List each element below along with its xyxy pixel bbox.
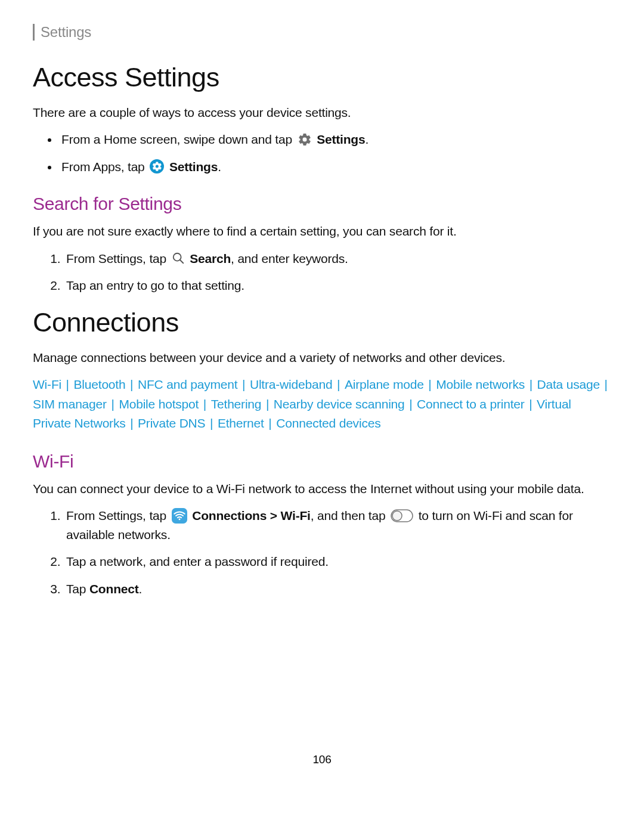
connections-intro: Manage connections between your device a… [33, 349, 611, 367]
settings-app-icon [150, 159, 164, 174]
connections-heading: Connections [33, 307, 611, 338]
link-bluetooth[interactable]: Bluetooth [74, 377, 126, 391]
link-uwb[interactable]: Ultra-wideband [250, 377, 332, 391]
link-mobile-networks[interactable]: Mobile networks [436, 377, 525, 391]
search-step-2: Tap an entry to go to that setting. [64, 276, 611, 295]
toggle-off-icon [391, 509, 413, 522]
search-step-1: From Settings, tap Search, and enter key… [64, 249, 611, 268]
svg-point-4 [178, 518, 180, 520]
link-sim-manager[interactable]: SIM manager [33, 397, 107, 411]
link-connected-devices[interactable]: Connected devices [276, 416, 380, 430]
access-bullet-1: From a Home screen, swipe down and tap S… [59, 130, 611, 149]
svg-point-0 [150, 159, 164, 174]
connections-links: Wi-Fi | Bluetooth | NFC and payment | Ul… [33, 375, 611, 433]
gear-icon [298, 132, 312, 147]
access-bullet-2: From Apps, tap Settings. [59, 157, 611, 176]
wifi-heading: Wi-Fi [33, 451, 611, 472]
link-tethering[interactable]: Tethering [211, 397, 262, 411]
wifi-step-1: From Settings, tap Connections > Wi-Fi, … [64, 506, 611, 544]
link-nearby-scan[interactable]: Nearby device scanning [274, 397, 405, 411]
breadcrumb-tab: Settings [33, 24, 611, 41]
svg-line-2 [179, 260, 183, 264]
link-private-dns[interactable]: Private DNS [138, 416, 205, 430]
search-settings-intro: If you are not sure exactly where to fin… [33, 222, 611, 240]
link-hotspot[interactable]: Mobile hotspot [119, 397, 199, 411]
access-settings-heading: Access Settings [33, 62, 611, 93]
svg-point-6 [392, 511, 402, 521]
search-settings-heading: Search for Settings [33, 194, 611, 214]
svg-rect-3 [172, 508, 187, 524]
wifi-intro: You can connect your device to a Wi-Fi n… [33, 480, 611, 498]
link-ethernet[interactable]: Ethernet [218, 416, 264, 430]
connections-app-icon [172, 508, 187, 524]
link-data-usage[interactable]: Data usage [537, 377, 600, 391]
search-icon [172, 252, 185, 265]
wifi-step-2: Tap a network, and enter a password if r… [64, 552, 611, 571]
wifi-step-3: Tap Connect. [64, 580, 611, 599]
breadcrumb-label: Settings [41, 24, 91, 40]
link-nfc[interactable]: NFC and payment [138, 377, 237, 391]
access-settings-intro: There are a couple of ways to access you… [33, 104, 611, 122]
link-wifi[interactable]: Wi-Fi [33, 377, 61, 391]
link-airplane[interactable]: Airplane mode [345, 377, 424, 391]
link-printer[interactable]: Connect to a printer [417, 397, 524, 411]
page-number: 106 [33, 753, 611, 766]
